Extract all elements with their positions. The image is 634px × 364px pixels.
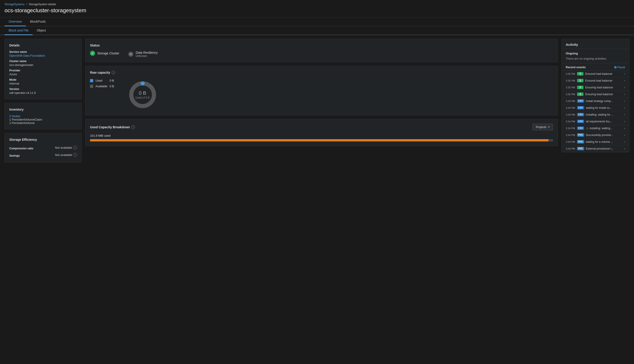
status-card: Status ✓ Storage Cluster Data Resiliency…	[85, 39, 558, 62]
event-time: 3:34 PM	[566, 127, 575, 130]
sub-tab-block-and-file[interactable]: Block and File	[5, 26, 33, 35]
event-time: 3:34 PM	[566, 113, 575, 116]
event-desc: installing: waiting for ...	[586, 113, 622, 116]
event-row[interactable]: 3:34 PMCSVinstalling: waiting for ...›	[562, 111, 629, 118]
tab-overview[interactable]: Overview	[5, 18, 26, 26]
service-name-value[interactable]: OpenShift Data Foundation	[9, 54, 77, 57]
legend-row: Used 0 B Available 0 B	[90, 79, 119, 88]
event-badge: S	[577, 92, 583, 96]
breadcrumb-sep: >	[26, 3, 28, 6]
tabs-row: Overview BlockPools	[0, 18, 634, 26]
used-capacity-card: Used Capacity Breakdown i Projects ▾ 101…	[85, 119, 558, 146]
event-row[interactable]: 3:34 PMCSVinstall strategy comp...›	[562, 98, 629, 104]
used-label: Used	[96, 79, 102, 82]
event-badge: S	[577, 86, 583, 89]
raw-capacity-info-icon: i	[112, 71, 115, 74]
event-desc: Ensured load balancer	[585, 72, 622, 76]
used-legend: Used 0 B	[90, 79, 119, 82]
storage-cluster-label: Storage Cluster	[97, 52, 119, 55]
event-time: 3:34 PM	[566, 120, 575, 123]
breadcrumb-current: StorageSystem details	[29, 3, 56, 6]
right-panel: Activity Ongoing There are no ongoing ac…	[561, 39, 629, 152]
pause-label: Pause	[617, 66, 625, 69]
sub-tab-object[interactable]: Object	[33, 26, 50, 35]
pvc-value: 1 PersistentVolumeClaim	[9, 118, 77, 121]
breadcrumb-parent[interactable]: StorageSystems	[5, 3, 25, 6]
event-desc: waiting for install co...	[586, 106, 622, 110]
event-badge: PVC	[577, 140, 584, 144]
pause-icon	[614, 66, 616, 68]
data-resiliency-sub: Unknown	[136, 54, 158, 58]
recent-events-header: Recent events Pause	[562, 63, 629, 70]
recent-events-title: Recent events	[566, 66, 586, 69]
ongoing-title: Ongoing	[566, 52, 625, 55]
event-chevron-icon: ›	[624, 113, 625, 116]
savings-label: Savings	[9, 154, 20, 157]
event-time: 3:34 PM	[566, 134, 575, 136]
mode-label: Mode	[9, 78, 77, 81]
event-chevron-icon: ›	[624, 120, 625, 123]
event-chevron-icon: ›	[624, 93, 625, 96]
progress-bar-container	[90, 139, 553, 142]
event-badge: PVC	[577, 147, 584, 150]
storage-efficiency-card: Storage Efficiency Compression ratio Not…	[5, 133, 82, 162]
nodes-value[interactable]: 3 Nodes	[9, 114, 77, 118]
no-activity-text: There are no ongoing activities.	[566, 57, 625, 60]
event-badge: CSV	[577, 113, 584, 116]
top-header: StorageSystems > StorageSystem details o…	[0, 0, 634, 18]
tab-blockpools[interactable]: BlockPools	[26, 18, 50, 26]
pause-button[interactable]: Pause	[614, 66, 625, 69]
used-capacity-header: Used Capacity Breakdown i Projects ▾	[90, 124, 553, 130]
sub-tabs-row: Block and File Object	[0, 26, 634, 35]
event-row[interactable]: 3:35 PMSEnsuring load balancer›	[562, 91, 629, 98]
event-chevron-icon: ›	[624, 140, 625, 144]
event-time: 3:34 PM	[566, 147, 575, 150]
warn-icon: ⚠	[586, 126, 589, 130]
status-items: ✓ Storage Cluster Data Resiliency Unknow…	[90, 51, 553, 58]
service-name-label: Service name	[9, 50, 77, 54]
used-capacity-title: Used Capacity Breakdown i	[90, 125, 135, 129]
used-amount: 101.9 MiB used	[90, 134, 553, 137]
event-desc: all requirements fou...	[586, 120, 622, 123]
event-badge: CSV	[577, 126, 584, 130]
event-row[interactable]: 3:35 PMSEnsured load balancer›	[562, 70, 629, 77]
storage-efficiency-title: Storage Efficiency	[9, 138, 77, 142]
event-desc: install strategy comp...	[586, 100, 622, 103]
raw-capacity-title: Raw capacity	[90, 71, 110, 74]
progress-bar-fill	[90, 139, 548, 142]
compression-ratio-value: Not available	[55, 146, 72, 149]
event-time: 3:34 PM	[566, 100, 575, 102]
left-panel: Details Service name OpenShift Data Foun…	[5, 39, 82, 162]
event-badge: S	[577, 72, 583, 76]
data-resiliency-label: Data Resiliency	[136, 51, 158, 54]
event-badge: CSV	[577, 106, 584, 110]
event-row[interactable]: 3:35 PMSEnsured load balancer›	[562, 77, 629, 84]
event-row[interactable]: 3:34 PMCSV⚠ installing: waiting...›	[562, 125, 629, 132]
event-time: 3:34 PM	[566, 140, 575, 143]
donut-chart: 0 B Used of 0 B	[128, 79, 157, 110]
event-row[interactable]: 3:34 PMPVCSuccessfully provisio...›	[562, 132, 629, 138]
main-content: Details Service name OpenShift Data Foun…	[0, 35, 634, 166]
details-title: Details	[9, 44, 77, 47]
event-row[interactable]: 3:34 PMCSVwaiting for install co...›	[562, 104, 629, 111]
compression-ratio-label: Compression ratio	[9, 147, 33, 150]
event-desc: ⚠ installing: waiting...	[586, 126, 622, 130]
data-resiliency-status: Data Resiliency Unknown	[128, 51, 158, 58]
projects-dropdown[interactable]: Projects ▾	[532, 124, 553, 130]
event-row[interactable]: 3:34 PMPVCwaiting for a volume ...›	[562, 138, 629, 145]
savings-info-icon: i	[73, 153, 77, 156]
event-chevron-icon: ›	[624, 100, 625, 103]
data-resiliency-icon	[128, 52, 133, 57]
event-desc: Successfully provisio...	[586, 134, 622, 137]
event-badge: S	[577, 79, 583, 82]
event-desc: Ensured load balancer	[585, 79, 622, 82]
event-row[interactable]: 3:34 PMPVCExternal provisioner i...›	[562, 145, 629, 152]
event-row[interactable]: 3:34 PMCSVall requirements fou...›	[562, 118, 629, 125]
event-desc: External provisioner i...	[586, 147, 622, 150]
raw-capacity-header: Raw capacity i	[90, 71, 553, 74]
event-chevron-icon: ›	[624, 134, 625, 137]
inventory-title: Inventory	[9, 108, 77, 111]
event-row[interactable]: 3:35 PMSEnsuring load balancer›	[562, 84, 629, 91]
donut-text: 0 B Used of 0 B	[135, 90, 150, 99]
event-chevron-icon: ›	[624, 106, 625, 110]
